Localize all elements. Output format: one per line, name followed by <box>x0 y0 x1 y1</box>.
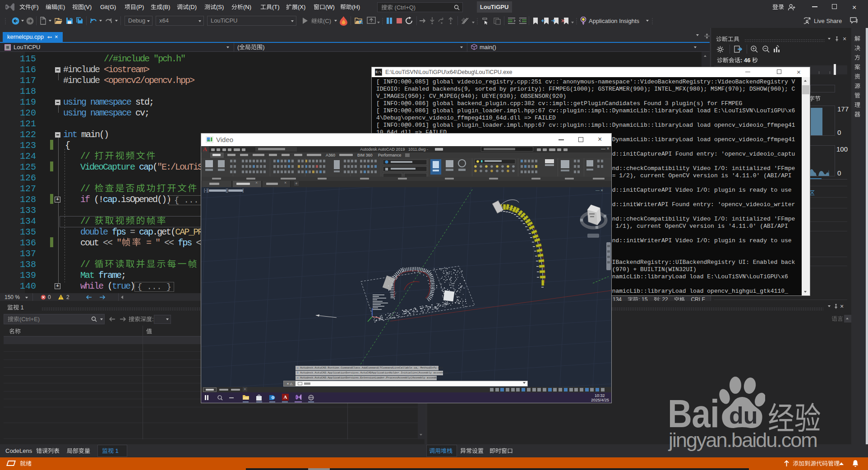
svg-text:du: du <box>729 402 758 429</box>
